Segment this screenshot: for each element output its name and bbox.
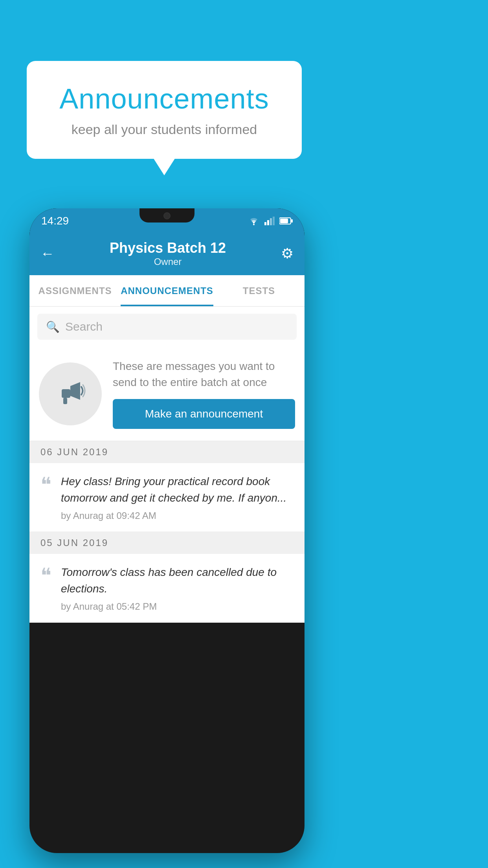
announcement-body-1: Hey class! Bring your practical record b… xyxy=(61,473,294,521)
tab-assignments[interactable]: ASSIGNMENTS xyxy=(29,275,121,306)
tab-tests[interactable]: TESTS xyxy=(213,275,305,306)
quote-icon-2: ❝ xyxy=(40,566,51,586)
svg-rect-6 xyxy=(291,219,293,223)
search-icon: 🔍 xyxy=(46,320,60,333)
phone-notch xyxy=(139,208,194,223)
front-camera xyxy=(163,212,171,219)
megaphone-icon xyxy=(55,378,86,410)
search-input-container[interactable]: 🔍 Search xyxy=(37,314,297,340)
phone-inner: 14:29 xyxy=(29,208,305,853)
search-bar: 🔍 Search xyxy=(29,307,305,347)
speech-bubble-section: Announcements keep all your students inf… xyxy=(27,61,302,159)
tabs-bar: ASSIGNMENTS ANNOUNCEMENTS TESTS xyxy=(29,275,305,307)
speech-bubble-subtitle: keep all your students informed xyxy=(50,122,278,137)
announcement-text-2: Tomorrow's class has been cancelled due … xyxy=(61,564,294,597)
tab-announcements[interactable]: ANNOUNCEMENTS xyxy=(121,275,213,306)
announcement-body-2: Tomorrow's class has been cancelled due … xyxy=(61,564,294,612)
search-placeholder: Search xyxy=(65,320,103,333)
svg-point-0 xyxy=(253,224,255,225)
promo-description: These are messages you want to send to t… xyxy=(113,359,295,390)
status-icons xyxy=(248,217,293,225)
settings-icon[interactable]: ⚙ xyxy=(281,245,294,262)
screen-content: 🔍 Search xyxy=(29,307,305,623)
promo-icon-circle xyxy=(39,362,102,425)
svg-rect-3 xyxy=(270,218,272,225)
back-button[interactable]: ← xyxy=(40,245,55,262)
svg-rect-7 xyxy=(280,219,288,223)
app-header: ← Physics Batch 12 Owner ⚙ xyxy=(29,232,305,275)
signal-icon xyxy=(264,217,275,225)
svg-marker-8 xyxy=(70,382,80,400)
announcement-item-1[interactable]: ❝ Hey class! Bring your practical record… xyxy=(29,463,305,532)
speech-bubble: Announcements keep all your students inf… xyxy=(27,61,302,159)
date-divider-1: 06 JUN 2019 xyxy=(29,441,305,463)
phone-frame: 14:29 xyxy=(29,208,305,853)
svg-rect-1 xyxy=(264,222,266,225)
promo-right: These are messages you want to send to t… xyxy=(113,359,295,429)
svg-rect-4 xyxy=(273,217,275,225)
svg-rect-10 xyxy=(63,398,67,404)
announcement-meta-1: by Anurag at 09:42 AM xyxy=(61,510,294,521)
phone-container: 14:29 xyxy=(29,208,305,853)
make-announcement-button[interactable]: Make an announcement xyxy=(113,399,295,429)
wifi-icon xyxy=(248,217,260,225)
header-title: Physics Batch 12 xyxy=(110,240,226,256)
battery-icon xyxy=(279,217,293,225)
status-time: 14:29 xyxy=(41,215,69,227)
announcement-promo: These are messages you want to send to t… xyxy=(29,347,305,441)
speech-bubble-title: Announcements xyxy=(50,83,278,115)
date-divider-2: 05 JUN 2019 xyxy=(29,532,305,554)
announcement-meta-2: by Anurag at 05:42 PM xyxy=(61,601,294,612)
header-center: Physics Batch 12 Owner xyxy=(110,240,226,267)
announcement-text-1: Hey class! Bring your practical record b… xyxy=(61,473,294,506)
quote-icon-1: ❝ xyxy=(40,475,51,495)
svg-rect-2 xyxy=(267,220,269,225)
announcement-item-2[interactable]: ❝ Tomorrow's class has been cancelled du… xyxy=(29,554,305,623)
header-subtitle: Owner xyxy=(110,256,226,267)
svg-rect-9 xyxy=(62,389,70,398)
